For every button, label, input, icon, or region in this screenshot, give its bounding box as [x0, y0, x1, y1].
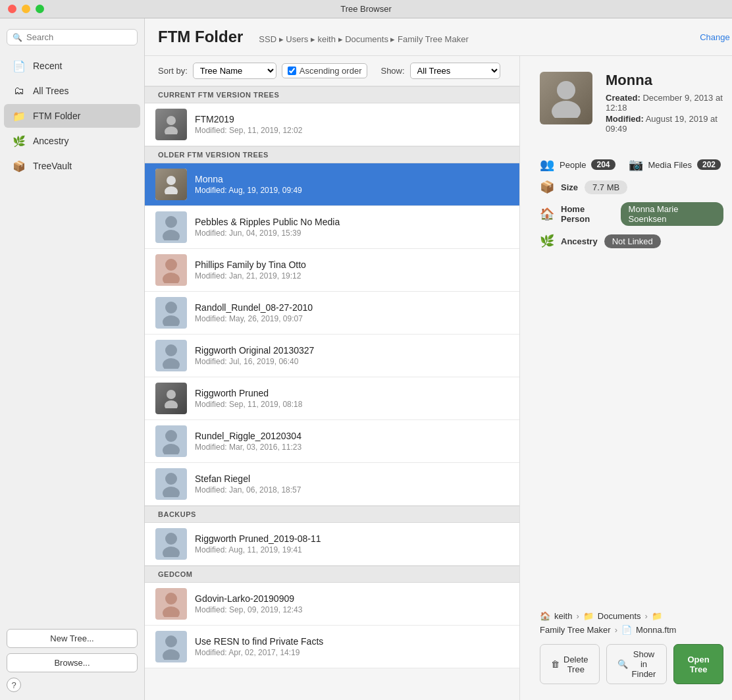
show-select[interactable]: All Trees Current Version Older Version — [410, 63, 500, 79]
tree-item-info-ftm2019: FTM2019 Modified: Sep, 11, 2019, 12:02 — [195, 114, 509, 135]
tree-item-info-phillips: Phillips Family by Tina Otto Modified: J… — [195, 259, 509, 281]
change-button[interactable]: Change — [700, 32, 730, 42]
svg-point-5 — [163, 230, 180, 240]
tree-thumb-stefan — [155, 468, 187, 500]
tree-item-rundel[interactable]: Rundel_Riggle_20120304 Modified: Mar, 03… — [145, 420, 519, 463]
tree-item-name-riggworth-backup: Riggworth Pruned_2019-08-11 — [195, 533, 509, 544]
section-header-backups: BACKUPS — [145, 506, 519, 523]
person-icon-riggworth-backup — [161, 531, 182, 557]
tree-item-info-rundel: Rundel_Riggle_20120304 Modified: Mar, 03… — [195, 431, 509, 452]
tree-item-info-resn: Use RESN to find Private Facts Modified:… — [195, 636, 509, 657]
svg-point-2 — [167, 176, 176, 185]
media-count: 202 — [697, 159, 721, 170]
file-path-home: keith — [554, 611, 572, 621]
svg-point-3 — [165, 186, 178, 194]
help-button[interactable]: ? — [7, 678, 21, 692]
maximize-button[interactable] — [36, 5, 44, 13]
tree-item-name-ftm2019: FTM2019 — [195, 114, 509, 124]
recent-icon: 📄 — [12, 59, 26, 73]
sidebar-bottom: New Tree... Browse... ? — [0, 621, 144, 700]
tree-thumb-riggworth-orig — [155, 340, 187, 371]
ascending-checkbox-label[interactable]: Ascending order — [282, 63, 368, 78]
svg-point-8 — [165, 302, 177, 313]
sort-by-label: Sort by: — [158, 66, 188, 76]
tree-item-modified-rundel: Modified: Mar, 03, 2016, 11:23 — [195, 443, 509, 452]
path-arrow-3: › — [615, 625, 617, 635]
detail-photo-inner — [540, 72, 592, 124]
file-path-filename: Monna.ftm — [636, 625, 676, 635]
detail-modified: Modified: August 19, 2019 at 09:49 — [606, 114, 723, 134]
tree-item-info-stefan: Stefan Riegel Modified: Jan, 06, 2018, 1… — [195, 473, 509, 495]
section-header-older: OLDER FTM VERSION TREES — [145, 146, 519, 163]
tree-list[interactable]: CURRENT FTM VERSION TREES — [145, 86, 519, 700]
svg-point-10 — [165, 344, 177, 356]
tree-thumb-riggworth-backup — [155, 528, 187, 560]
tree-item-randoll[interactable]: Randoll_Rundel_08-27-2010 Modified: May,… — [145, 292, 519, 335]
tree-item-monna[interactable]: Monna Modified: Aug, 19, 2019, 09:49 — [145, 163, 519, 206]
tree-item-resn[interactable]: Use RESN to find Private Facts Modified:… — [145, 626, 519, 668]
tree-item-info-gdovin: Gdovin-Larko-20190909 Modified: Sep, 09,… — [195, 593, 509, 614]
tree-thumb-riggworth-pruned — [155, 383, 187, 414]
delete-tree-button[interactable]: 🗑 Delete Tree — [540, 644, 600, 684]
ancestry-detail-label: Ancestry — [561, 236, 598, 246]
sidebar-item-all-trees[interactable]: 🗂 All Trees — [4, 79, 140, 103]
sidebar-item-label-ftm-folder: FTM Folder — [33, 111, 80, 121]
new-tree-button[interactable]: New Tree... — [7, 629, 138, 648]
tree-item-name-randoll: Randoll_Rundel_08-27-2010 — [195, 302, 509, 313]
tree-list-pane: Sort by: Tree Name Date Modified Size As… — [145, 56, 520, 700]
svg-point-11 — [163, 358, 180, 369]
svg-point-16 — [165, 473, 177, 485]
tree-thumb-monna — [155, 169, 187, 200]
ascending-checkbox[interactable] — [288, 67, 296, 75]
tree-item-riggworth-pruned[interactable]: Riggworth Pruned Modified: Sep, 11, 2019… — [145, 377, 519, 420]
svg-point-6 — [165, 259, 177, 271]
detail-header: Monna Created: December 9, 2013 at 12:18… — [540, 72, 723, 135]
window-controls — [8, 5, 44, 13]
close-button[interactable] — [8, 5, 16, 13]
sidebar-item-ftm-folder[interactable]: 📁 FTM Folder — [4, 104, 140, 128]
middle-section: Sort by: Tree Name Date Modified Size As… — [145, 56, 732, 700]
main-header: FTM Folder SSD ▸ Users ▸ keith ▸ Documen… — [145, 18, 732, 56]
tree-item-modified-resn: Modified: Apr, 02, 2017, 14:19 — [195, 648, 509, 657]
people-label: People — [560, 160, 586, 170]
sidebar-item-recent[interactable]: 📄 Recent — [4, 54, 140, 78]
svg-point-23 — [163, 649, 180, 660]
show-in-finder-button[interactable]: 🔍 Show in Finder — [606, 644, 667, 684]
tree-item-riggworth-backup[interactable]: Riggworth Pruned_2019-08-11 Modified: Au… — [145, 523, 519, 566]
tree-item-info-riggworth-pruned: Riggworth Pruned Modified: Sep, 11, 2019… — [195, 388, 509, 409]
search-bar[interactable]: 🔍 — [7, 29, 138, 45]
file-path-folder-icon: 📁 — [583, 611, 594, 621]
detail-spacer — [540, 248, 723, 611]
tree-item-gdovin[interactable]: Gdovin-Larko-20190909 Modified: Sep, 09,… — [145, 583, 519, 626]
tree-item-modified-monna: Modified: Aug, 19, 2019, 09:49 — [195, 186, 509, 195]
tree-item-modified-riggworth-backup: Modified: Aug, 11, 2019, 19:41 — [195, 545, 509, 554]
detail-photo — [540, 72, 592, 124]
minimize-button[interactable] — [22, 5, 30, 13]
detail-modified-label: Modified: — [606, 114, 644, 124]
open-tree-button[interactable]: Open Tree — [673, 644, 723, 684]
tree-item-name-riggworth-pruned: Riggworth Pruned — [195, 388, 509, 398]
detail-created-label: Created: — [606, 93, 640, 103]
section-header-gedcom: GEDCOM — [145, 566, 519, 583]
tree-item-pebbles[interactable]: Pebbles & Ripples Public No Media Modifi… — [145, 206, 519, 249]
tree-item-name-pebbles: Pebbles & Ripples Public No Media — [195, 217, 509, 227]
ancestry-icon: 🌿 — [12, 134, 26, 148]
tree-item-ftm2019[interactable]: FTM2019 Modified: Sep, 11, 2019, 12:02 — [145, 103, 519, 146]
person-icon-stefan — [161, 471, 182, 497]
sort-by-select[interactable]: Tree Name Date Modified Size — [193, 63, 276, 79]
ascending-label: Ascending order — [300, 66, 362, 76]
tree-item-info-riggworth-orig: Riggworth Original 20130327 Modified: Ju… — [195, 345, 509, 366]
tree-item-stefan[interactable]: Stefan Riegel Modified: Jan, 06, 2018, 1… — [145, 463, 519, 506]
app-body: 🔍 📄 Recent 🗂 All Trees 📁 FTM Folder 🌿 An… — [0, 18, 732, 700]
search-input[interactable] — [26, 32, 137, 42]
tree-item-phillips[interactable]: Phillips Family by Tina Otto Modified: J… — [145, 249, 519, 292]
delete-tree-label: Delete Tree — [563, 655, 588, 674]
tree-thumb-phillips — [155, 254, 187, 286]
sidebar-item-ancestry[interactable]: 🌿 Ancestry — [4, 129, 140, 153]
tree-item-riggworth-orig[interactable]: Riggworth Original 20130327 Modified: Ju… — [145, 335, 519, 377]
show-row: Show: All Trees Current Version Older Ve… — [380, 63, 500, 79]
ancestry-detail-icon: 🌿 — [540, 234, 554, 248]
ftm-folder-icon: 📁 — [12, 109, 26, 123]
browse-button[interactable]: Browse... — [7, 653, 138, 672]
sidebar-item-treevault[interactable]: 📦 TreeVault — [4, 154, 140, 178]
